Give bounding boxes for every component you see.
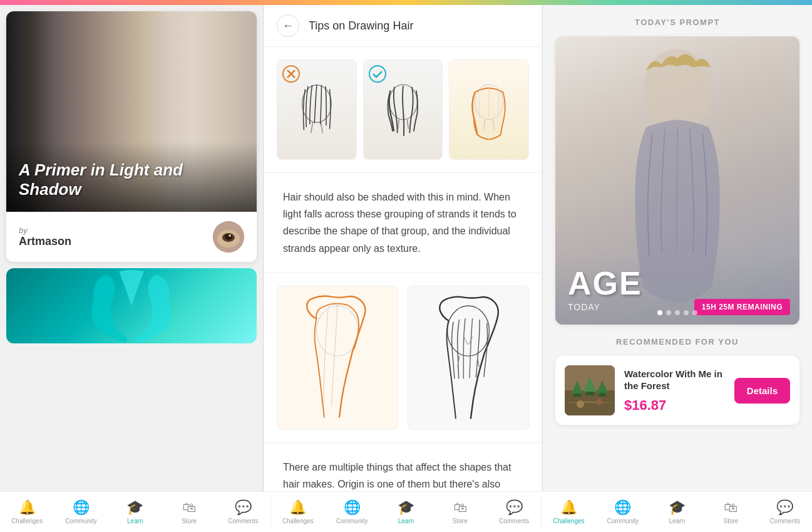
nav-item-learn-2[interactable]: 🎓 Learn bbox=[379, 492, 433, 532]
comments-label-3: Comments bbox=[770, 518, 800, 524]
recommended-info: Watercolor With Me in the Forest $16.87 bbox=[624, 368, 725, 414]
prompt-word: AGE bbox=[568, 264, 787, 302]
nav-section-3: 🔔 Challenges 🌐 Community 🎓 Learn 🛍 Store… bbox=[542, 492, 812, 532]
nav-item-comments-2[interactable]: 💬 Comments bbox=[487, 492, 541, 532]
recommended-label: RECOMMENDED FOR YOU bbox=[555, 337, 799, 347]
svg-line-12 bbox=[398, 120, 399, 129]
course-title: A Primer in Light and Shadow bbox=[19, 160, 244, 199]
dot-3 bbox=[675, 310, 680, 315]
nav-item-store-1[interactable]: 🛍 Store bbox=[162, 492, 216, 532]
comments-icon-1: 💬 bbox=[235, 499, 252, 516]
svg-point-3 bbox=[225, 234, 232, 240]
author-info: by Artmason bbox=[19, 226, 71, 248]
correct-icon bbox=[369, 65, 386, 85]
store-icon-1: 🛍 bbox=[182, 499, 196, 516]
community-label-3: Community bbox=[607, 518, 639, 524]
challenges-label-2: Challenges bbox=[282, 518, 314, 524]
nav-item-challenges-1[interactable]: 🔔 Challenges bbox=[0, 492, 54, 532]
nav-item-community-2[interactable]: 🌐 Community bbox=[325, 492, 379, 532]
nav-item-store-3[interactable]: 🛍 Store bbox=[704, 492, 758, 532]
challenges-icon-2: 🔔 bbox=[289, 499, 306, 516]
hair-example-detailed bbox=[408, 286, 529, 430]
comments-label-1: Comments bbox=[228, 518, 258, 524]
community-label-1: Community bbox=[65, 518, 97, 524]
comments-icon-3: 💬 bbox=[776, 499, 793, 516]
dot-5 bbox=[692, 310, 697, 315]
top-color-strip bbox=[0, 0, 812, 5]
recommended-title: Watercolor With Me in the Forest bbox=[624, 368, 725, 392]
svg-line-6 bbox=[311, 123, 312, 133]
store-label-1: Store bbox=[182, 518, 197, 524]
author-name: Artmason bbox=[19, 235, 71, 248]
prompt-image: AGE TODAY 15H 25M REMAINING bbox=[555, 36, 799, 325]
hair-example-correct bbox=[363, 60, 443, 160]
main-content: A Primer in Light and Shadow by Artmason bbox=[0, 5, 812, 491]
learn-icon-3: 🎓 bbox=[669, 499, 686, 516]
bottom-nav: 🔔 Challenges 🌐 Community 🎓 Learn 🛍 Store… bbox=[0, 491, 812, 532]
community-icon-3: 🌐 bbox=[614, 499, 631, 516]
community-icon-2: 🌐 bbox=[344, 499, 361, 516]
nav-item-challenges-3[interactable]: 🔔 Challenges bbox=[542, 492, 595, 532]
svg-line-7 bbox=[321, 123, 322, 133]
store-label-2: Store bbox=[453, 518, 468, 524]
learn-label-3: Learn bbox=[669, 518, 685, 524]
course-author-section: by Artmason bbox=[6, 212, 257, 262]
content-text-1: Hair should also be shaded with this in … bbox=[264, 173, 542, 273]
back-button[interactable]: ← bbox=[277, 14, 299, 37]
challenges-icon-1: 🔔 bbox=[19, 499, 36, 516]
todays-prompt-label: TODAY'S PROMPT bbox=[555, 18, 799, 27]
prompt-card[interactable]: AGE TODAY 15H 25M REMAINING bbox=[555, 36, 799, 325]
svg-point-31 bbox=[577, 400, 584, 408]
details-button[interactable]: Details bbox=[734, 378, 790, 404]
dot-2 bbox=[666, 310, 671, 315]
comments-icon-2: 💬 bbox=[506, 499, 523, 516]
svg-point-14 bbox=[369, 66, 386, 82]
nav-item-learn-1[interactable]: 🎓 Learn bbox=[108, 492, 162, 532]
comments-label-2: Comments bbox=[499, 518, 529, 524]
store-icon-3: 🛍 bbox=[724, 499, 737, 516]
svg-point-19 bbox=[448, 306, 490, 356]
svg-point-32 bbox=[596, 399, 602, 405]
challenges-icon-3: 🔔 bbox=[560, 499, 577, 516]
challenges-label-1: Challenges bbox=[11, 518, 43, 524]
time-remaining-badge: 15H 25M REMAINING bbox=[694, 299, 790, 315]
right-panel: TODAY'S PROMPT bbox=[543, 5, 812, 491]
second-card[interactable] bbox=[6, 268, 257, 343]
author-by-label: by bbox=[19, 226, 71, 235]
nav-item-comments-1[interactable]: 💬 Comments bbox=[216, 492, 270, 532]
recommended-card: Watercolor With Me in the Forest $16.87 … bbox=[555, 356, 799, 425]
left-panel: A Primer in Light and Shadow by Artmason bbox=[0, 5, 263, 491]
nav-item-store-2[interactable]: 🛍 Store bbox=[433, 492, 487, 532]
hair-example-wrong bbox=[277, 60, 357, 160]
content-text-2: There are multiple things that affect th… bbox=[264, 443, 542, 491]
svg-line-13 bbox=[407, 120, 408, 129]
hair-example-orange bbox=[449, 60, 529, 160]
hair-example-orange-loose bbox=[277, 286, 398, 430]
wrong-icon bbox=[282, 65, 300, 85]
community-icon-1: 🌐 bbox=[73, 499, 90, 516]
svg-point-4 bbox=[229, 234, 231, 237]
course-card[interactable]: A Primer in Light and Shadow by Artmason bbox=[6, 11, 257, 262]
nav-item-community-3[interactable]: 🌐 Community bbox=[596, 492, 650, 532]
center-panel: ← Tips on Drawing Hair bbox=[264, 5, 542, 491]
nav-item-comments-3[interactable]: 💬 Comments bbox=[758, 492, 812, 532]
dot-indicators bbox=[657, 310, 697, 315]
store-icon-2: 🛍 bbox=[453, 499, 467, 516]
center-title: Tips on Drawing Hair bbox=[309, 19, 413, 33]
nav-item-challenges-2[interactable]: 🔔 Challenges bbox=[271, 492, 325, 532]
community-label-2: Community bbox=[336, 518, 368, 524]
nav-section-2: 🔔 Challenges 🌐 Community 🎓 Learn 🛍 Store… bbox=[271, 492, 542, 532]
nav-item-learn-3[interactable]: 🎓 Learn bbox=[650, 492, 704, 532]
hair-examples-row2 bbox=[264, 273, 542, 443]
course-image: A Primer in Light and Shadow bbox=[6, 11, 257, 212]
dot-4 bbox=[684, 310, 689, 315]
recommended-price: $16.87 bbox=[624, 397, 725, 414]
avatar bbox=[213, 221, 244, 253]
challenges-label-3: Challenges bbox=[553, 518, 584, 524]
svg-point-18 bbox=[317, 306, 359, 356]
learn-icon-2: 🎓 bbox=[398, 499, 414, 516]
recommended-thumbnail bbox=[565, 365, 615, 415]
learn-icon-1: 🎓 bbox=[126, 499, 143, 516]
learn-label-2: Learn bbox=[398, 518, 414, 524]
nav-item-community-1[interactable]: 🌐 Community bbox=[54, 492, 108, 532]
